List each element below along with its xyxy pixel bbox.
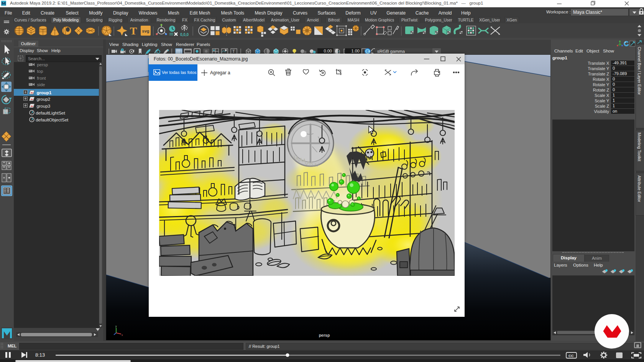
svg-text:8:13: 8:13	[35, 352, 45, 358]
svg-text:T: T	[130, 25, 137, 37]
svg-text:ON: ON	[366, 50, 370, 53]
svg-text:0,0,0: 0,0,0	[180, 33, 189, 37]
svg-text:svg: svg	[142, 29, 150, 33]
svg-text:T: T	[232, 49, 235, 54]
svg-text:CC: CC	[568, 354, 574, 358]
svg-text:y: y	[115, 325, 117, 328]
svg-text:persp: persp	[319, 333, 330, 337]
svg-text:x: x	[122, 334, 123, 336]
